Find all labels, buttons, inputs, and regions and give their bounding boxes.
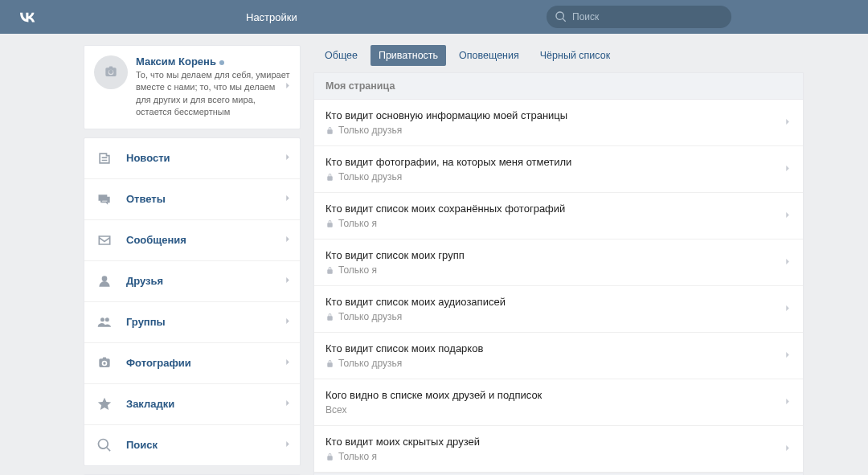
lock-icon [326,173,334,182]
profile-name: Максим Корень [136,55,290,68]
setting-value: Только друзья [326,358,792,369]
nav-item-friends[interactable]: Друзья [84,261,300,302]
search-input[interactable] [547,6,731,28]
nav-list: НовостиОтветыСообщенияДрузьяГруппыФотогр… [84,137,301,466]
news-icon [96,149,113,167]
setting-value: Всех [326,404,792,416]
chevron-right-icon [782,256,793,269]
bookmarks-icon [96,395,113,413]
profile-status: То, что мы делаем для себя, умирает вмес… [136,69,290,119]
friends-icon [96,272,113,290]
setting-row[interactable]: Кто видит список моих аудиозаписейТолько… [314,286,803,333]
online-indicator-icon [219,60,224,65]
nav-label: Новости [126,152,170,164]
chevron-right-icon [282,274,293,288]
search-icon [96,436,113,454]
vk-logo[interactable] [16,6,39,28]
nav-label: Сообщения [126,234,186,246]
lock-icon [326,126,334,135]
setting-label: Кто видит список моих групп [326,249,792,261]
setting-label: Кого видно в списке моих друзей и подпис… [326,389,792,401]
setting-row[interactable]: Кто видит моих скрытых друзейТолько я [314,426,803,473]
nav-item-news[interactable]: Новости [84,138,300,179]
chevron-right-icon [782,209,793,223]
tab-Оповещения[interactable]: Оповещения [451,45,527,66]
lock-icon [326,266,334,275]
setting-label: Кто видит фотографии, на которых меня от… [326,156,792,168]
settings-tabs: ОбщееПриватностьОповещенияЧёрный список [313,45,804,66]
setting-value: Только я [326,264,792,276]
app-header: Настройки [0,0,868,34]
nav-label: Группы [126,316,166,328]
chevron-right-icon [282,438,293,452]
chevron-right-icon [782,302,793,316]
nav-label: Поиск [126,439,158,451]
chevron-right-icon [282,356,293,370]
chevron-right-icon [782,116,793,129]
profile-card[interactable]: Максим Корень То, что мы делаем для себя… [84,45,301,129]
nav-item-photos[interactable]: Фотографии [84,343,300,384]
header-search [547,6,731,28]
chevron-right-icon [782,349,793,362]
chevron-right-icon [282,192,293,206]
setting-row[interactable]: Кто видит фотографии, на которых меня от… [314,146,803,193]
setting-value: Только я [326,451,792,462]
avatar [94,55,128,89]
setting-row[interactable]: Кто видит список моих подарковТолько дру… [314,333,803,379]
nav-label: Ответы [126,193,166,205]
lock-icon [326,219,334,228]
setting-row[interactable]: Кто видит основную информацию моей стран… [314,100,803,146]
chevron-right-icon [282,80,293,94]
setting-row[interactable]: Кто видит список моих сохранённых фотогр… [314,193,803,240]
nav-label: Фотографии [126,357,191,369]
chevron-right-icon [282,397,293,411]
page-title: Настройки [246,11,297,23]
setting-label: Кто видит основную информацию моей стран… [326,109,792,121]
setting-label: Кто видит список моих сохранённых фотогр… [326,203,792,215]
setting-value: Только я [326,218,792,229]
chevron-right-icon [282,151,293,165]
chevron-right-icon [282,315,293,329]
tab-Чёрный список[interactable]: Чёрный список [532,45,618,66]
chevron-right-icon [282,233,293,247]
lock-icon [326,452,334,461]
setting-label: Кто видит список моих подарков [326,342,792,354]
nav-item-search[interactable]: Поиск [84,425,300,465]
setting-row[interactable]: Кто видит список моих группТолько я [314,240,803,286]
sidebar: Максим Корень То, что мы делаем для себя… [84,34,301,475]
tab-Приватность[interactable]: Приватность [371,45,446,66]
setting-label: Кто видит моих скрытых друзей [326,436,792,448]
section-title: Моя страница [313,72,804,100]
nav-item-bookmarks[interactable]: Закладки [84,384,300,425]
setting-label: Кто видит список моих аудиозаписей [326,296,792,308]
nav-item-replies[interactable]: Ответы [84,179,300,220]
messages-icon [96,231,113,249]
search-icon [555,10,567,23]
groups-icon [96,313,113,331]
nav-item-groups[interactable]: Группы [84,302,300,343]
settings-list: Кто видит основную информацию моей стран… [313,100,804,473]
nav-label: Друзья [126,275,163,287]
nav-item-messages[interactable]: Сообщения [84,220,300,261]
lock-icon [326,359,334,368]
chevron-right-icon [782,395,793,409]
lock-icon [326,313,334,321]
nav-label: Закладки [126,398,174,410]
setting-value: Только друзья [326,171,792,182]
photos-icon [96,354,113,372]
setting-value: Только друзья [326,125,792,136]
main-content: ОбщееПриватностьОповещенияЧёрный список … [313,34,804,475]
setting-row[interactable]: Кого видно в списке моих друзей и подпис… [314,379,803,426]
setting-value: Только друзья [326,311,792,322]
tab-Общее[interactable]: Общее [317,45,366,66]
chevron-right-icon [782,162,793,176]
replies-icon [96,190,113,208]
chevron-right-icon [782,442,793,456]
